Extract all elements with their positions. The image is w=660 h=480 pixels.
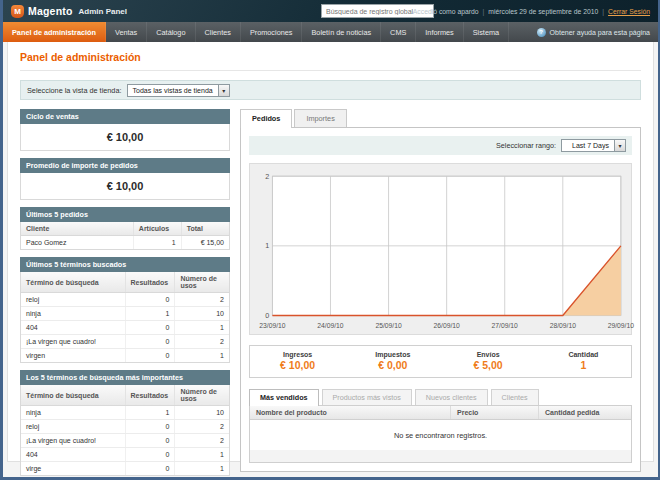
uses: 1 (175, 448, 229, 462)
empty-records-message: No se encontraron registros. (250, 420, 631, 450)
range-label: Seleccionar rango: (496, 141, 556, 150)
total-label: Ingresos (250, 351, 345, 358)
nav-item-clientes[interactable]: Clientes (196, 22, 241, 42)
column-header: Resultados (125, 272, 175, 293)
svg-text:1: 1 (265, 242, 269, 250)
dropdown-arrow-icon: ▾ (218, 85, 229, 96)
term: ninja (21, 307, 125, 321)
search-term-row[interactable]: ninja 1 10 (21, 406, 229, 420)
results: 0 (125, 349, 175, 363)
results: 0 (125, 321, 175, 335)
term: reloj (21, 293, 125, 307)
uses: 2 (175, 293, 229, 307)
tab-productos-mas-vistos[interactable]: Productos más vistos (322, 389, 412, 405)
main-nav: Panel de administración Ventas Catálogo … (3, 22, 658, 42)
title-divider (20, 70, 641, 71)
column-header: Término de búsqueda (21, 385, 125, 406)
magento-logo-icon: M (11, 5, 24, 18)
page-help-link[interactable]: ? Obtener ayuda para esta página (537, 22, 650, 42)
tab-pedidos[interactable]: Pedidos (240, 109, 292, 128)
total-label: Impuestos (345, 351, 440, 358)
search-term-row[interactable]: ¡La virgen que cuadro! 0 2 (21, 434, 229, 448)
page-title: Panel de administración (20, 51, 641, 63)
search-term-row[interactable]: reloj 0 2 (21, 420, 229, 434)
separator: | (483, 8, 485, 15)
magento-logo: M Magento Admin Panel (11, 5, 127, 18)
top-header: M Magento Admin Panel Accedió como apard… (3, 0, 658, 22)
product-tabs: Más vendidos Productos más vistos Nuevos… (249, 389, 632, 405)
store-view-selected: Todas las vistas de tienda (128, 87, 218, 94)
empty-grid-stripe (250, 450, 631, 462)
search-term-row[interactable]: virge 0 1 (21, 462, 229, 476)
column-header: Cantidad pedida (539, 406, 631, 419)
top-search-terms-table: Término de búsqueda Resultados Número de… (21, 385, 229, 475)
search-term-row[interactable]: ninja 1 10 (21, 307, 229, 321)
tab-nuevos-clientes[interactable]: Nuevos clientes (415, 389, 488, 405)
search-term-row[interactable]: virgen 0 1 (21, 349, 229, 363)
logout-link[interactable]: Cerrar Sesión (608, 8, 650, 15)
chart-container: 01223/09/1024/09/1025/09/1026/09/1027/09… (249, 163, 632, 335)
column-header: Total (181, 222, 229, 236)
range-selected: Last 7 Days (562, 142, 614, 149)
tab-importes[interactable]: Importes (294, 109, 346, 127)
total-label: Cantidad (536, 351, 631, 358)
nav-item-boletin-de-noticias[interactable]: Boletín de noticias (302, 22, 381, 42)
nav-item-informes[interactable]: Informes (416, 22, 463, 42)
magento-admin-window: M Magento Admin Panel Accedió como apard… (0, 0, 660, 480)
results: 0 (125, 462, 175, 476)
column-header: Artículos (133, 222, 181, 236)
nav-item-sistema[interactable]: Sistema (464, 22, 509, 42)
nav-item-cms[interactable]: CMS (381, 22, 416, 42)
order-row[interactable]: Paco Gomez 1 € 15,00 (21, 236, 229, 250)
column-header: Término de búsqueda (21, 272, 125, 293)
orders-panel: Seleccionar rango: Last 7 Days ▾ 01223/0… (240, 127, 641, 472)
range-bar: Seleccionar rango: Last 7 Days ▾ (249, 136, 632, 155)
results: 1 (125, 307, 175, 321)
results: 1 (125, 406, 175, 420)
average-order-value: € 10,00 (21, 173, 229, 199)
top-search-terms-box: Los 5 términos de búsqueda más important… (20, 370, 230, 476)
search-term-row[interactable]: reloj 0 2 (21, 293, 229, 307)
search-term-row[interactable]: 404 0 1 (21, 321, 229, 335)
svg-text:28/09/10: 28/09/10 (550, 322, 577, 329)
nav-item-ventas[interactable]: Ventas (106, 22, 147, 42)
svg-text:25/09/10: 25/09/10 (375, 322, 402, 329)
column-header: Precio (451, 406, 539, 419)
total-ingresos: Ingresos € 10,00 (250, 351, 345, 371)
tab-clientes[interactable]: Clientes (491, 389, 539, 405)
total-value: € 0,00 (345, 359, 440, 371)
current-date-text: miércoles 29 de septiembre de 2010 (488, 8, 598, 15)
bestsellers-grid: Nombre del producto Precio Cantidad pedi… (249, 405, 632, 463)
column-header: Número de usos (175, 385, 229, 406)
last-search-terms-box: Últimos 5 términos buscados Término de b… (20, 257, 230, 363)
nav-item-promociones[interactable]: Promociones (241, 22, 303, 42)
store-view-label: Seleccione la vista de tienda: (27, 86, 122, 95)
grid-header: Nombre del producto Precio Cantidad pedi… (250, 406, 631, 420)
term: 404 (21, 448, 125, 462)
average-order-title: Promedio de importe de pedidos (20, 158, 230, 173)
nav-item-panel-de-administracion[interactable]: Panel de administración (3, 22, 106, 42)
range-select[interactable]: Last 7 Days ▾ (561, 139, 626, 152)
store-view-select[interactable]: Todas las vistas de tienda ▾ (127, 84, 230, 97)
svg-text:29/09/10: 29/09/10 (608, 322, 635, 329)
last-orders-table: Cliente Artículos Total Paco Gomez 1 € 1… (21, 222, 229, 249)
column-header: Resultados (125, 385, 175, 406)
last-search-terms-title: Últimos 5 términos buscados (20, 257, 230, 272)
search-term-row[interactable]: 404 0 1 (21, 448, 229, 462)
term: virge (21, 462, 125, 476)
totals-bar: Ingresos € 10,00 Impuestos € 0,00 Envíos… (249, 345, 632, 378)
total-cantidad: Cantidad 1 (536, 351, 631, 371)
uses: 1 (175, 349, 229, 363)
uses: 10 (175, 307, 229, 321)
sales-cycle-value: € 10,00 (21, 124, 229, 150)
tab-mas-vendidos[interactable]: Más vendidos (249, 389, 319, 406)
brand-name: Magento (28, 5, 73, 17)
nav-item-catalogo[interactable]: Catálogo (147, 22, 195, 42)
column-header: Nombre del producto (250, 406, 451, 419)
stats-sidebar: Ciclo de ventas € 10,00 Promedio de impo… (20, 109, 230, 480)
help-label: Obtener ayuda para esta página (550, 29, 650, 36)
svg-text:23/09/10: 23/09/10 (259, 322, 286, 329)
search-term-row[interactable]: ¡La virgen que cuadro! 0 2 (21, 335, 229, 349)
order-total: € 15,00 (181, 236, 229, 250)
order-items: 1 (133, 236, 181, 250)
